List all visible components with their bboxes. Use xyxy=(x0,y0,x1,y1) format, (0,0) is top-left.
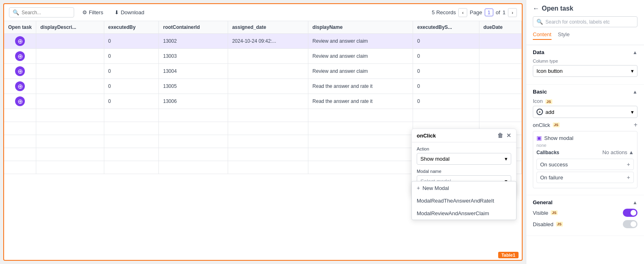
table-row[interactable]: ⊕ 0 13002 2024-10-24 09:42:... Review an… xyxy=(4,34,522,49)
onclick-add-button[interactable]: + xyxy=(634,121,637,129)
cell-root-container: 13003 xyxy=(159,49,228,64)
col-header-display-descri: displayDescri... xyxy=(36,21,104,34)
toolbar: 🔍 ⚙ Filters ⬇ Download 5 Records ‹ Page … xyxy=(4,4,522,21)
on-success-row: On success + xyxy=(536,159,634,170)
panel-title: Open task xyxy=(542,5,573,12)
page-current: 1 xyxy=(485,9,493,16)
icon-label: Icon JS xyxy=(533,98,637,104)
col-header-root-container-id: rootContainerId xyxy=(159,21,228,34)
cell-display-name: Read the answer and rate it xyxy=(308,94,413,109)
panel-search[interactable]: 🔍 Search for controls, labels etc xyxy=(533,16,637,27)
next-page-button[interactable]: › xyxy=(508,8,517,17)
disabled-toggle[interactable] xyxy=(623,220,637,228)
onclick-label: onClick JS xyxy=(533,122,560,128)
search-icon: 🔍 xyxy=(13,9,19,15)
col-header-assigned-date: assigned_date xyxy=(228,21,308,34)
cell-executed-by-s: 0 xyxy=(413,34,479,49)
filters-button[interactable]: ⚙ Filters xyxy=(79,8,106,17)
section-general: General ▲ Visible JS Disabled JS xyxy=(526,195,644,236)
popup-header-icons: 🗑 ✕ xyxy=(497,132,511,139)
icon-btn-cell[interactable]: ⊕ xyxy=(4,64,36,79)
cell-due-date xyxy=(479,34,521,49)
page-of: of xyxy=(496,9,500,15)
circle-plus-icon[interactable]: ⊕ xyxy=(15,51,25,61)
icon-btn-cell[interactable]: ⊕ xyxy=(4,34,36,49)
add-circle-icon: + xyxy=(536,109,543,115)
disabled-label: Disabled JS xyxy=(533,221,563,227)
cell-display-descri xyxy=(36,94,104,109)
popup-title: onClick xyxy=(417,133,436,139)
cell-display-descri xyxy=(36,79,104,94)
cell-display-descri xyxy=(36,34,104,49)
table-row[interactable]: ⊕ 0 13006 Read the answer and rate it 0 xyxy=(4,94,522,109)
icon-btn-cell[interactable]: ⊕ xyxy=(4,94,36,109)
on-failure-add-button[interactable]: + xyxy=(627,174,630,181)
cell-executed-by: 0 xyxy=(104,49,159,64)
cell-executed-by: 0 xyxy=(104,34,159,49)
column-type-select[interactable]: Icon button ▾ xyxy=(533,65,637,77)
chevron-up-icon-3: ▲ xyxy=(629,149,634,155)
disabled-row: Disabled JS xyxy=(533,220,637,228)
visible-toggle[interactable] xyxy=(623,209,637,217)
section-basic-header[interactable]: Basic ▲ xyxy=(533,89,637,95)
table-row[interactable]: ⊕ 0 13003 Review and answer claim 0 xyxy=(4,49,522,64)
dropdown-item-modal-review[interactable]: ModalReviewAndAnswerClaim xyxy=(412,207,516,220)
filters-icon: ⚙ xyxy=(82,9,87,15)
cell-display-name: Review and answer claim xyxy=(308,34,413,49)
cell-assigned-date xyxy=(228,64,308,79)
cell-due-date xyxy=(479,49,521,64)
cell-executed-by: 0 xyxy=(104,64,159,79)
cell-due-date xyxy=(479,79,521,94)
section-data-header[interactable]: Data ▲ xyxy=(533,49,637,55)
js-badge-icon: JS xyxy=(545,99,552,104)
modal-name-label: Modal name xyxy=(417,169,511,174)
cell-assigned-date: 2024-10-24 09:42:... xyxy=(228,34,308,49)
section-general-header[interactable]: General ▲ xyxy=(533,199,637,205)
circle-plus-icon[interactable]: ⊕ xyxy=(15,96,25,106)
download-button[interactable]: ⬇ Download xyxy=(111,8,147,17)
visible-row: Visible JS xyxy=(533,209,637,217)
column-type-label: Column type xyxy=(533,59,637,63)
cell-root-container: 13005 xyxy=(159,79,228,94)
chevron-down-icon: ▾ xyxy=(505,156,508,162)
tab-content[interactable]: Content xyxy=(533,31,552,40)
table-row[interactable]: ⊕ 0 13005 Read the answer and rate it 0 xyxy=(4,79,522,94)
modal-dropdown: + New Modal ModalReadTheAnswerAndRateIt … xyxy=(411,181,517,220)
pagination: 5 Records ‹ Page 1 of 1 › xyxy=(432,8,517,17)
icon-select[interactable]: + add ▾ xyxy=(533,106,637,118)
chevron-up-icon-4: ▲ xyxy=(633,200,637,205)
cell-due-date xyxy=(479,94,521,109)
cell-display-name: Review and answer claim xyxy=(308,49,413,64)
action-select[interactable]: Show modal ▾ xyxy=(417,153,511,165)
close-icon[interactable]: ✕ xyxy=(506,132,511,139)
cell-display-name: Review and answer claim xyxy=(308,64,413,79)
cell-assigned-date xyxy=(228,49,308,64)
col-header-due-date: dueDate xyxy=(479,21,521,34)
cell-executed-by-s: 0 xyxy=(413,49,479,64)
search-input[interactable] xyxy=(22,10,70,15)
icon-btn-cell[interactable]: ⊕ xyxy=(4,79,36,94)
circle-plus-icon[interactable]: ⊕ xyxy=(15,66,25,76)
on-success-add-button[interactable]: + xyxy=(627,161,630,168)
table-row[interactable]: ⊕ 0 13004 Review and answer claim 0 xyxy=(4,64,522,79)
no-actions-button[interactable]: No actions ▲ xyxy=(602,149,634,155)
dropdown-item-new-modal[interactable]: + New Modal xyxy=(412,181,516,194)
page-total: 1 xyxy=(503,9,506,15)
search-box[interactable]: 🔍 xyxy=(9,7,74,17)
dropdown-item-modal-read[interactable]: ModalReadTheAnswerAndRateIt xyxy=(412,194,516,207)
circle-plus-icon[interactable]: ⊕ xyxy=(15,81,25,91)
delete-icon[interactable]: 🗑 xyxy=(497,132,503,139)
right-panel-header: ← Open task 🔍 Search for controls, label… xyxy=(526,0,644,45)
page-label: Page xyxy=(470,9,482,15)
circle-plus-icon[interactable]: ⊕ xyxy=(15,36,25,46)
chevron-up-icon-2: ▲ xyxy=(633,89,637,95)
icon-btn-cell[interactable]: ⊕ xyxy=(4,49,36,64)
back-button[interactable]: ← Open task xyxy=(533,5,637,12)
cell-assigned-date xyxy=(228,79,308,94)
right-panel: ← Open task 🔍 Search for controls, label… xyxy=(526,0,644,264)
records-count: 5 Records xyxy=(432,9,456,15)
tab-style[interactable]: Style xyxy=(558,31,570,40)
visible-label: Visible JS xyxy=(533,210,558,216)
callbacks-header: Callbacks No actions ▲ xyxy=(536,148,634,157)
prev-page-button[interactable]: ‹ xyxy=(458,8,467,17)
